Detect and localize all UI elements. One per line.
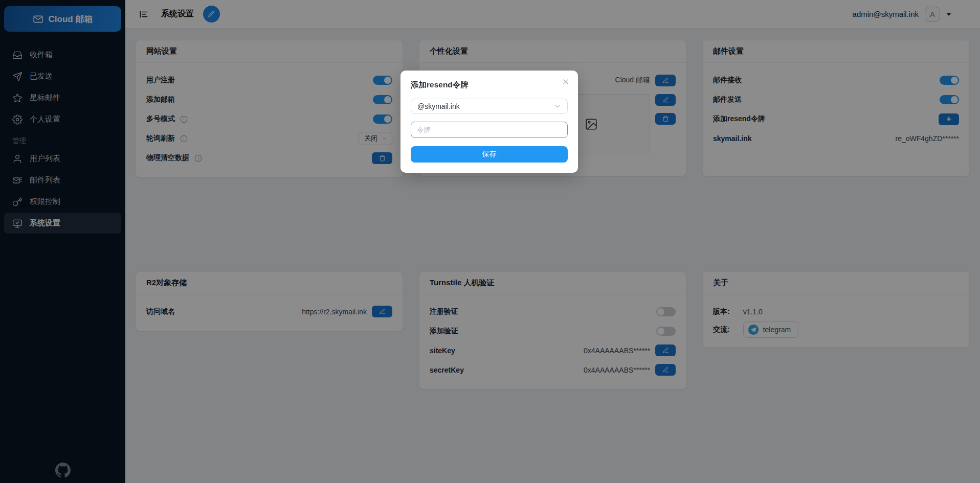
- modal-title: 添加resend令牌: [411, 80, 568, 90]
- domain-select-value: @skymail.ink: [417, 102, 460, 110]
- add-resend-token-modal: 添加resend令牌 @skymail.ink 保存: [400, 71, 578, 173]
- modal-close-button[interactable]: [561, 77, 570, 86]
- domain-select[interactable]: @skymail.ink: [411, 99, 568, 114]
- close-icon: [562, 78, 569, 85]
- save-button[interactable]: 保存: [411, 146, 568, 163]
- token-input[interactable]: [411, 122, 568, 138]
- chevron-down-icon: [554, 103, 561, 110]
